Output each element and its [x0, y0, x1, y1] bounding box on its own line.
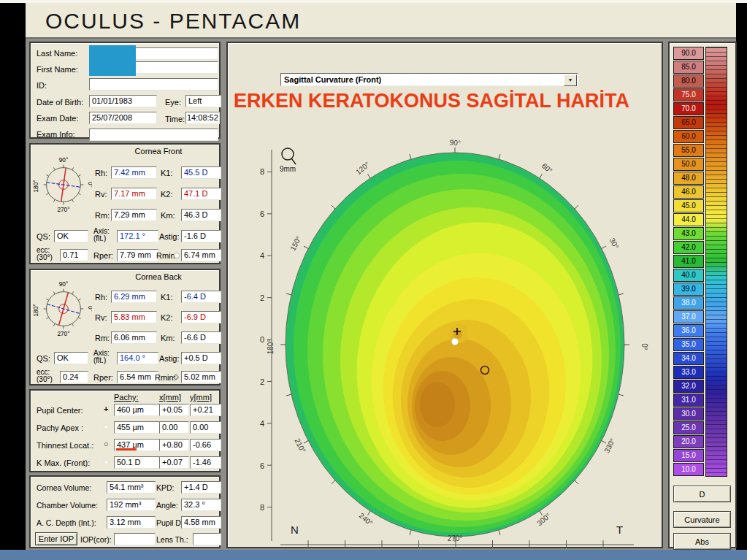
scale-entry-44.0: 44.0	[673, 213, 704, 226]
svg-text:8: 8	[260, 167, 264, 176]
km-value: 46.3 D	[181, 209, 221, 221]
rv-label: Rv:	[95, 313, 107, 323]
scale-entry-25.0: 25.0	[673, 421, 704, 434]
astig-value: -1.6 D	[181, 230, 221, 242]
chamber-volume-value: 192 mm³	[107, 499, 156, 511]
patient-panel: Last Name: First Name: ID: Date of Birth…	[29, 42, 221, 139]
rper-label: Rper:	[93, 373, 113, 383]
rm-label: Rm:	[95, 211, 110, 220]
scale-gradient-ticks	[706, 47, 727, 476]
qs-value: OK	[54, 352, 88, 364]
compass-90-label: 90°	[59, 280, 69, 288]
cornea-volume-value: 54.1 mm³	[107, 481, 156, 494]
zoom-diameter-label: 9mm	[280, 165, 296, 173]
pupil-center-marker: +	[104, 404, 108, 415]
color-scale-panel: 90.085.080.075.070.065.060.055.050.048.0…	[668, 42, 737, 548]
rm-label: Rm:	[95, 334, 110, 343]
compass-0-label: 0°	[87, 182, 92, 188]
map-panel: Sagittal Curvature (Front) ▼ ERKEN KERAT…	[226, 42, 663, 548]
compass-270-label: 270°	[57, 330, 69, 337]
scale-entry-90.0: 90.0	[673, 47, 704, 60]
axis-value: 172.1 °	[117, 230, 158, 242]
km-label: Km:	[161, 211, 175, 220]
scale-entry-60.0: 60.0	[673, 130, 704, 143]
scale-entry-40.0: 40.0	[673, 269, 704, 282]
exam-date-input[interactable]: 25/07/2008	[89, 112, 157, 124]
degree-label-90: 90°	[449, 138, 461, 147]
scale-entry-20.0: 20.0	[673, 435, 704, 448]
eye-input[interactable]: Left	[185, 95, 221, 107]
lens-th-label: Lens Th.:	[156, 535, 188, 545]
axis-compass-front: 90° 270° 180° 0°	[32, 155, 92, 215]
thinnest-locat-pachy: 437 µm	[114, 439, 161, 451]
degree-label-330: 330°	[602, 437, 616, 454]
rm-value: 7.29 mm	[111, 209, 157, 221]
scale-entry-36.0: 36.0	[673, 324, 704, 337]
svg-text:6: 6	[260, 461, 264, 470]
pachy-apex-x: 0.00	[159, 421, 189, 434]
first-name-label: First Name:	[37, 65, 78, 74]
thinnest-locat-y: -0.66	[190, 439, 221, 451]
iop-input[interactable]	[114, 533, 156, 545]
map-type-dropdown[interactable]: Sagittal Curvature (Front) ▼	[280, 73, 578, 86]
id-input[interactable]	[89, 78, 218, 91]
scale-entry-65.0: 65.0	[673, 116, 704, 129]
cornea-front-title: Cornea Front	[111, 147, 206, 156]
degree-label-210: 210°	[293, 437, 307, 454]
svg-text:2: 2	[260, 294, 264, 302]
app-titlebar: OCULUS - PENTACAM	[26, 3, 736, 39]
degree-label-30: 30°	[608, 237, 621, 250]
pachymetry-panel: Pachy: x[mm] y[mm] Pupil Center: + 460 µ…	[29, 389, 221, 472]
scale-entry-75.0: 75.0	[673, 88, 704, 101]
kpd-label: KPD:	[156, 483, 175, 493]
pachy-apex-marker: ●	[104, 421, 109, 432]
scale-entry-55.0: 55.0	[673, 144, 704, 157]
axis-label-2: (flt.)	[93, 235, 106, 242]
app-title: OCULUS - PENTACAM	[45, 9, 301, 34]
magnifier-icon: 9mm	[280, 148, 296, 173]
scale-entry-50.0: 50.0	[673, 158, 704, 171]
rh-label: Rh:	[95, 169, 107, 178]
degree-label-120: 120°	[354, 160, 371, 176]
pupil-center-pachy: 460 µm	[114, 404, 161, 416]
compass-180-label: 180°	[32, 180, 39, 192]
acd-value: 3.12 mm	[107, 516, 156, 529]
k1-label: K1:	[161, 293, 173, 302]
kpd-value: +1.4 D	[181, 481, 221, 494]
rmin-value: 5.02 mm	[181, 371, 221, 383]
lens-th-input[interactable]	[193, 533, 221, 545]
qs-label: QS:	[37, 232, 50, 242]
svg-text:6: 6	[260, 210, 264, 218]
qs-label: QS:	[37, 354, 50, 364]
pupil-center-x: +0.05	[159, 404, 189, 416]
chevron-down-icon[interactable]: ▼	[564, 74, 577, 86]
scale-entry-48.0: 48.0	[673, 172, 704, 185]
scale-entry-80.0: 80.0	[673, 74, 704, 88]
scale-entry-85.0: 85.0	[673, 61, 704, 74]
scale-entry-43.0: 43.0	[673, 227, 704, 240]
exam-info-label: Exam Info:	[37, 130, 75, 139]
compass-90-label: 90°	[59, 156, 69, 164]
cornea-volume-label: Cornea Volume:	[37, 483, 91, 493]
unit-d-button[interactable]: D	[673, 486, 731, 502]
rh-value: 6.29 mm	[111, 291, 157, 303]
k1-value: -6.4 D	[181, 291, 221, 303]
scale-entry-70.0: 70.0	[673, 102, 704, 115]
abs-button[interactable]: Abs	[673, 533, 731, 550]
km-value: -6.6 D	[181, 331, 221, 344]
scale-entry-30.0: 30.0	[673, 407, 704, 421]
enter-iop-button[interactable]: Enter IOP	[35, 532, 77, 545]
cornea-back-title: Cornea Back	[111, 272, 206, 281]
k1-value: 45.5 D	[181, 166, 221, 179]
ecc-value: 0.71	[60, 249, 88, 261]
exam-info-input[interactable]	[89, 129, 218, 141]
svg-text:0: 0	[260, 335, 264, 344]
time-input[interactable]: 14:08:52	[185, 112, 220, 124]
dob-input[interactable]: 01/01/1983	[89, 95, 157, 107]
scale-entry-45.0: 45.0	[673, 199, 704, 212]
apex-dot	[452, 339, 459, 345]
curvature-button[interactable]: Curvature	[673, 511, 731, 528]
cornea-back-panel: Cornea Back 90° 270° 180° 0° Rh: 6.29 mm…	[29, 269, 221, 386]
pupil-dia-value: 4.58 mm	[181, 516, 221, 529]
compass-180-label: 180°	[32, 304, 39, 316]
